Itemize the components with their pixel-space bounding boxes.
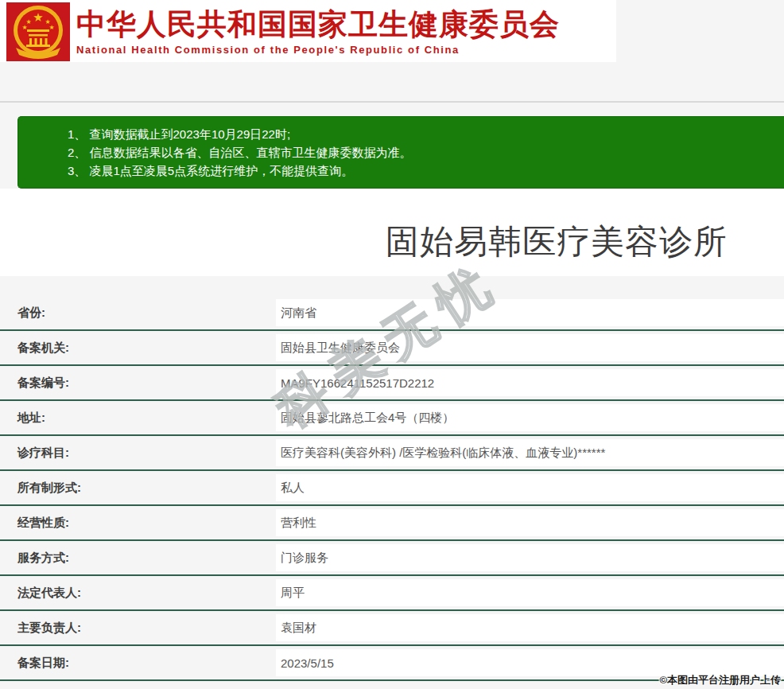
field-value-cell: 固始县卫生健康委员会	[276, 331, 784, 364]
svg-text:★: ★	[21, 24, 27, 31]
field-value: 营利性	[276, 509, 784, 536]
record-table: 省份:河南省备案机关:固始县卫生健康委员会备案编号:MA9FY166241152…	[0, 276, 784, 689]
field-label: 备案日期:	[0, 646, 276, 679]
field-value: 固始县卫生健康委员会	[276, 334, 784, 361]
field-value-cell: 营利性	[276, 506, 784, 539]
table-row: 地址:固始县蓼北路总工会4号（四楼）	[0, 401, 784, 436]
field-label: 省份:	[0, 296, 276, 329]
field-label: 备案机关:	[0, 331, 276, 364]
field-value: 门诊服务	[276, 544, 784, 571]
table-row: 所有制形式:私人	[0, 471, 784, 506]
field-value: 私人	[276, 474, 784, 501]
field-value: 医疗美容科(美容外科) /医学检验科(临床体液、血液专业)******	[276, 439, 784, 466]
field-label: 法定代表人:	[0, 576, 276, 609]
notice-box: 1、 查询数据截止到2023年10月29日22时; 2、 信息数据结果以各省、自…	[17, 116, 784, 189]
table-row: 备案机关:固始县卫生健康委员会	[0, 331, 784, 366]
site-title-cn: 中华人民共和国国家卫生健康委员会	[76, 8, 560, 41]
notice-line-2: 2、 信息数据结果以各省、自治区、直辖市卫生健康委数据为准。	[68, 143, 776, 162]
field-label: 服务方式:	[0, 541, 276, 574]
field-value: 固始县蓼北路总工会4号（四楼）	[276, 404, 784, 431]
field-value: 袁国材	[276, 614, 784, 641]
field-value-cell: 河南省	[276, 296, 784, 329]
field-label: 经营性质:	[0, 506, 276, 539]
table-row: 经营性质:营利性	[0, 506, 784, 541]
field-value-cell: 固始县蓼北路总工会4号（四楼）	[276, 401, 784, 434]
field-label: 所有制形式:	[0, 471, 276, 504]
record-title: 固始易韩医疗美容诊所	[329, 220, 784, 264]
field-value-cell: 私人	[276, 471, 784, 504]
site-title-en: National Health Commission of the People…	[76, 44, 560, 56]
notice-line-3: 3、 凌晨1点至凌晨5点系统进行维护，不能提供查询。	[68, 162, 776, 180]
header-bar: ★ ★ ★ ★ ★ 中华人民共和国国家卫生健康委员会 National Heal…	[0, 0, 616, 62]
table-row: 省份:河南省	[0, 296, 784, 331]
field-label: 主要负责人:	[0, 611, 276, 644]
field-value-cell: 周平	[276, 576, 784, 609]
svg-text:★: ★	[33, 10, 43, 24]
header-divider	[0, 101, 784, 103]
table-row: 主要负责人:袁国材	[0, 611, 784, 646]
field-value-cell: 袁国材	[276, 611, 784, 644]
field-label: 地址:	[0, 401, 276, 434]
field-value-cell: 医疗美容科(美容外科) /医学检验科(临床体液、血液专业)******	[276, 436, 784, 469]
notice-line-1: 1、 查询数据截止到2023年10月29日22时;	[68, 125, 776, 143]
field-value: MA9FY166241152517D2212	[276, 369, 784, 396]
field-value: 2023/5/15	[276, 649, 784, 676]
copyright-stamp: ©本图由平台注册用户上传	[659, 673, 781, 687]
field-value-cell: 门诊服务	[276, 541, 784, 574]
field-value: 周平	[276, 579, 784, 606]
svg-text:★: ★	[49, 24, 54, 31]
table-row: 法定代表人:周平	[0, 576, 784, 611]
table-row: 诊疗科目:医疗美容科(美容外科) /医学检验科(临床体液、血液专业)******	[0, 436, 784, 471]
field-value: 河南省	[276, 299, 784, 326]
table-row: 服务方式:门诊服务	[0, 541, 784, 576]
header-titles: 中华人民共和国国家卫生健康委员会 National Health Commiss…	[76, 6, 560, 56]
field-label: 诊疗科目:	[0, 436, 276, 469]
field-label: 备案编号:	[0, 366, 276, 399]
table-row: 备案编号:MA9FY166241152517D2212	[0, 366, 784, 401]
china-national-emblem-icon: ★ ★ ★ ★ ★	[6, 2, 70, 61]
field-value-cell: MA9FY166241152517D2212	[276, 366, 784, 399]
